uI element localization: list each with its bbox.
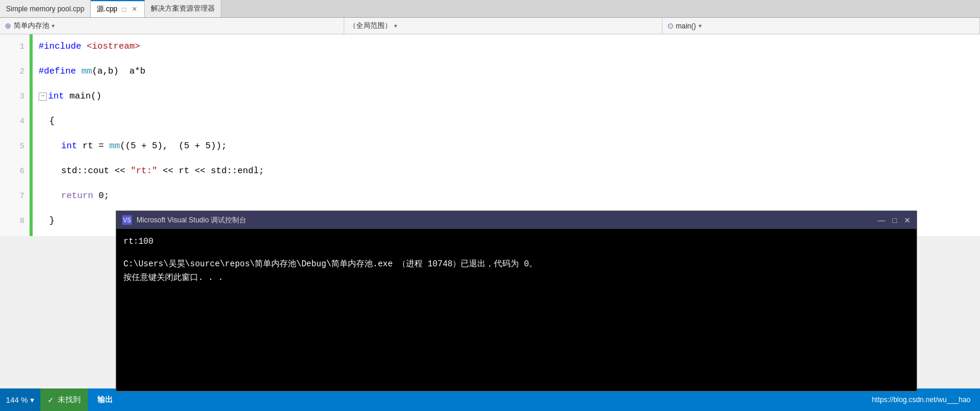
scope-arrow: ▾: [52, 23, 55, 29]
console-body: rt:100 C:\Users\吴昊\source\repos\简单内存池\De…: [116, 229, 916, 391]
console-title-text: Microsoft Visual Studio 调试控制台: [137, 215, 246, 225]
code-line-6: std::cout << "rt:" << rt << std::endl;: [39, 159, 980, 184]
func-label: main(): [676, 22, 696, 30]
tab-x-source[interactable]: ✕: [131, 5, 138, 13]
global-arrow: ▾: [394, 23, 397, 29]
tab-close-source[interactable]: □: [121, 6, 128, 13]
nav-func-dropdown[interactable]: ⊙ main() ▾: [662, 18, 981, 34]
console-icon-label: VS: [123, 217, 131, 224]
scope-label: 简单内存池: [14, 21, 49, 31]
console-close-button[interactable]: ✕: [904, 216, 911, 225]
nav-global-dropdown[interactable]: （全局范围） ▾: [344, 18, 662, 34]
status-output-label[interactable]: 输出: [88, 394, 122, 405]
console-title-left: VS Microsoft Visual Studio 调试控制台: [122, 215, 246, 225]
tab-label-simple: Simple memory pool.cpp: [6, 5, 84, 13]
code-include-keyword: #include: [39, 34, 81, 59]
code-string-rt: "rt:": [131, 159, 157, 184]
status-url: https://blog.csdn.net/wu___hao: [872, 396, 980, 404]
check-icon: ✓: [47, 396, 54, 404]
line-num-5: 5: [0, 134, 24, 159]
console-output-line2: C:\Users\吴昊\source\repos\简单内存池\Debug\简单内…: [123, 257, 909, 270]
code-cout-rest: << rt << std::endl;: [157, 159, 264, 184]
status-left: 144 % ▾ ✓ 未找到 输出: [0, 388, 122, 411]
code-return-val: 0;: [93, 184, 109, 209]
console-controls: — □ ✕: [877, 216, 911, 225]
line-num-6: 6: [0, 159, 24, 184]
status-zoom-label: 144 %: [6, 396, 28, 404]
status-bar: 144 % ▾ ✓ 未找到 输出 https://blog.csdn.net/w…: [0, 388, 980, 411]
code-macro-name: mm: [81, 59, 92, 84]
check-label: 未找到: [58, 394, 81, 405]
editor-area: 1 2 3 4 5 6 7 8 #include <iostream> #def…: [0, 34, 980, 236]
code-space: [81, 34, 87, 59]
scope-icon: ⊕: [5, 21, 11, 30]
global-label: （全局范围）: [349, 21, 392, 31]
code-mm-args: ((5 + 5), (5 + 5));: [120, 134, 227, 159]
code-line-4: {: [39, 109, 980, 134]
code-space2: [76, 59, 81, 84]
code-std-cout: std::cout <<: [61, 159, 131, 184]
code-line-5: int rt = mm ((5 + 5), (5 + 5));: [39, 134, 980, 159]
tab-label-solution: 解决方案资源管理器: [151, 4, 215, 14]
console-output-line1: rt:100: [123, 235, 909, 248]
nav-scope-dropdown[interactable]: ⊕ 简单内存池 ▾: [0, 18, 344, 34]
code-line-2: #define mm (a,b) a*b: [39, 59, 980, 84]
line-num-8: 8: [0, 209, 24, 234]
code-int-keyword: int: [48, 84, 64, 109]
code-space3: [64, 84, 69, 109]
code-macro-params: (a,b) a*b: [92, 59, 145, 84]
code-line-1: #include <iostream>: [39, 34, 980, 59]
code-include-lib: <iostream>: [87, 34, 140, 59]
status-check: ✓ 未找到: [40, 388, 88, 411]
code-return-kw: return: [61, 184, 93, 209]
tab-bar: Simple memory pool.cpp 源.cpp □ ✕ 解决方案资源管…: [0, 0, 980, 18]
line-num-4: 4: [0, 109, 24, 134]
console-app-icon: VS: [122, 215, 132, 225]
tab-label-source: 源.cpp: [97, 4, 118, 14]
func-icon: ⊙: [667, 21, 674, 30]
console-minimize-button[interactable]: —: [877, 216, 885, 225]
code-main-func: main(): [69, 84, 102, 109]
line-num-1: 1: [0, 34, 24, 59]
nav-bar: ⊕ 简单内存池 ▾ （全局范围） ▾ ⊙ main() ▾: [0, 18, 980, 34]
code-line-3: − int main(): [39, 84, 980, 109]
status-zoom-arrow: ▾: [30, 396, 34, 404]
line-num-7: 7: [0, 184, 24, 209]
code-brace-open: {: [49, 109, 55, 134]
tab-solution-explorer[interactable]: 解决方案资源管理器: [145, 0, 221, 17]
tab-simple-memory[interactable]: Simple memory pool.cpp: [0, 0, 91, 17]
code-mm-call: mm: [109, 134, 120, 159]
line-num-2: 2: [0, 59, 24, 84]
line-num-3: 3: [0, 84, 24, 109]
func-arrow: ▾: [699, 23, 702, 29]
code-define-keyword: #define: [39, 59, 76, 84]
status-zoom[interactable]: 144 % ▾: [0, 388, 40, 411]
line-numbers: 1 2 3 4 5 6 7 8: [0, 34, 30, 236]
code-editor[interactable]: #include <iostream> #define mm (a,b) a*b…: [33, 34, 980, 236]
code-int-kw-5: int: [61, 134, 77, 159]
code-line-7: return 0;: [39, 184, 980, 209]
console-window: VS Microsoft Visual Studio 调试控制台 — □ ✕ r…: [116, 211, 917, 391]
tab-source-cpp[interactable]: 源.cpp □ ✕: [91, 0, 145, 17]
code-brace-close: }: [49, 209, 55, 234]
console-titlebar: VS Microsoft Visual Studio 调试控制台 — □ ✕: [116, 211, 916, 229]
console-output-line3: 按任意键关闭此窗口. . .: [123, 271, 909, 284]
collapse-button-3[interactable]: −: [39, 93, 47, 101]
console-maximize-button[interactable]: □: [892, 216, 897, 225]
code-rt-var: rt =: [77, 134, 109, 159]
